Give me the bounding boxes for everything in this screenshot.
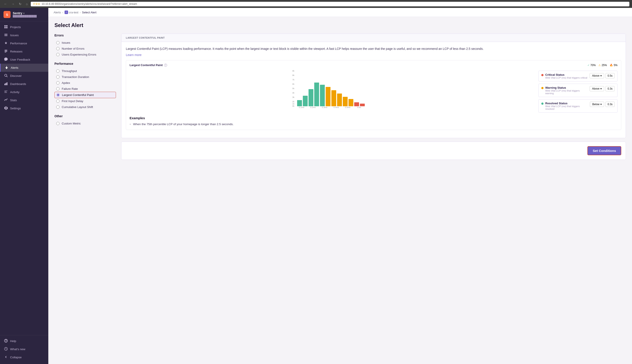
svg-text:7k: 7k	[292, 78, 294, 81]
chart-with-overlay: 9k 8k 7k 6k 5k 4k 3k 2k	[130, 69, 618, 112]
other-section-title: Other	[54, 114, 116, 118]
breadcrumb-project-icon: ⚛ cra-test	[64, 10, 78, 14]
resolved-value: 0.3s	[606, 102, 615, 107]
breadcrumb: Alerts › ⚛ cra-test › Select Alert	[48, 8, 632, 17]
sidebar-item-user-feedback[interactable]: User Feedback	[0, 56, 48, 64]
url-text: 10.10.8.46:9000/organizations/sentry/ale…	[42, 2, 137, 6]
svg-rect-42	[360, 104, 365, 106]
warning-controls: Above ▾ 0.3s	[590, 86, 615, 91]
sidebar-item-label: Releases	[10, 50, 22, 53]
radio-cumulative-layout-shift[interactable]: Cumulative Layout Shift	[54, 104, 116, 110]
svg-point-19	[6, 342, 6, 342]
sidebar-item-whats-new[interactable]: What's new	[0, 345, 48, 353]
radio-largest-contentful-paint[interactable]: Largest Contentful Paint	[54, 92, 116, 98]
critical-operator-select[interactable]: Above ▾	[590, 73, 604, 78]
svg-rect-6	[4, 36, 8, 36]
svg-rect-0	[4, 25, 6, 26]
svg-text:0.1ms: 0.1ms	[299, 106, 304, 108]
legend-warning-icon: ⚠	[598, 64, 601, 67]
chart-container: Largest Contentful Paint ? ✓ 70%	[126, 60, 621, 130]
svg-text:0.5ms: 0.5ms	[345, 106, 350, 108]
app-layout: S Sentry ▾ ██████████████ Projects	[0, 8, 632, 364]
discover-icon	[4, 74, 8, 78]
breadcrumb-cra-test[interactable]: cra-test	[69, 11, 78, 14]
releases-icon	[4, 50, 8, 54]
org-name[interactable]: Sentry ▾	[13, 12, 37, 15]
radio-first-input-delay[interactable]: First Input Delay	[54, 98, 116, 104]
chart-header: Largest Contentful Paint ? ✓ 70%	[130, 64, 618, 67]
back-button[interactable]: ←	[3, 2, 8, 6]
performance-icon	[4, 41, 8, 46]
svg-rect-36	[326, 87, 330, 106]
resolved-operator-select[interactable]: Below ▾	[590, 102, 604, 107]
alert-options: Errors Issues Number of Errors Users Exp…	[54, 34, 116, 160]
alert-preview: LARGEST CONTENTFUL PAINT Largest Content…	[121, 34, 626, 160]
svg-rect-34	[314, 82, 319, 106]
address-bar[interactable]: 不安全 10.10.8.46:9000/organizations/sentry…	[31, 2, 629, 6]
status-critical-row: Critical Status Web Vital LCP (ms) that …	[538, 71, 618, 82]
svg-rect-37	[331, 90, 336, 106]
preview-body: Largest Contentful Paint (LCP) measures …	[122, 42, 626, 138]
legend-critical-label: 5%	[614, 64, 618, 67]
set-conditions-button[interactable]: Set Conditions	[588, 146, 621, 155]
sidebar-item-label: Dashboards	[10, 82, 26, 86]
sidebar-item-label: Activity	[10, 90, 20, 94]
radio-failure-rate-label: Failure Rate	[62, 87, 78, 90]
sidebar-item-settings[interactable]: Settings	[0, 104, 48, 112]
sidebar-item-performance[interactable]: Performance	[0, 39, 48, 48]
svg-text:0.4ms: 0.4ms	[334, 106, 339, 108]
warning-status-desc: Web Vital LCP (ms) that triggers warning	[545, 89, 588, 94]
preview-header: LARGEST CONTENTFUL PAINT	[122, 34, 626, 42]
sidebar-item-activity[interactable]: Activity	[0, 88, 48, 96]
chevron-down-icon: ▾	[600, 87, 602, 90]
sidebar-item-discover[interactable]: Discover	[0, 72, 48, 80]
warning-operator-select[interactable]: Above ▾	[590, 86, 604, 91]
learn-more-link[interactable]: Learn more	[126, 53, 142, 57]
preview-description: Largest Contentful Paint (LCP) measures …	[126, 46, 621, 51]
svg-text:9k: 9k	[292, 70, 294, 72]
sidebar-item-alerts[interactable]: Alerts	[0, 64, 48, 72]
warning-status-name: Warning Status	[545, 86, 588, 89]
sidebar-item-dashboards[interactable]: Dashboards	[0, 80, 48, 88]
radio-custom-metric-label: Custom Metric	[62, 122, 81, 125]
radio-custom-metric[interactable]: Custom Metric	[54, 120, 116, 126]
radio-users-experiencing-errors[interactable]: Users Experiencing Errors	[54, 52, 116, 58]
sidebar-item-collapse[interactable]: Collapse	[0, 353, 48, 361]
svg-rect-1	[6, 25, 8, 26]
warning-dot	[541, 87, 544, 89]
radio-issues[interactable]: Issues	[54, 40, 116, 46]
collapse-icon	[4, 355, 8, 360]
radio-failure-rate[interactable]: Failure Rate	[54, 86, 116, 92]
svg-rect-32	[303, 96, 308, 106]
sidebar-item-releases[interactable]: Releases	[0, 48, 48, 56]
radio-number-of-errors[interactable]: Number of Errors	[54, 46, 116, 52]
sidebar: S Sentry ▾ ██████████████ Projects	[0, 8, 48, 364]
forward-button[interactable]: →	[10, 2, 16, 6]
browser-chrome: ← → ↻ ⌂ 不安全 10.10.8.46:9000/organization…	[0, 0, 632, 8]
radio-throughput[interactable]: Throughput	[54, 68, 116, 74]
svg-point-10	[4, 74, 7, 76]
breadcrumb-alerts[interactable]: Alerts	[54, 11, 61, 14]
svg-line-11	[6, 76, 8, 77]
svg-rect-41	[354, 102, 359, 106]
sidebar-item-issues[interactable]: Issues	[0, 31, 48, 39]
sidebar-item-stats[interactable]: Stats	[0, 96, 48, 104]
svg-text:0k: 0k	[292, 105, 294, 107]
sidebar-item-help[interactable]: Help	[0, 337, 48, 345]
svg-rect-16	[4, 92, 6, 92]
sidebar-item-label: Alerts	[11, 66, 18, 70]
home-button[interactable]: ⌂	[24, 2, 29, 6]
chevron-down-icon: ▾	[600, 74, 602, 77]
critical-status-name: Critical Status	[545, 73, 588, 76]
sidebar-item-label: User Feedback	[10, 58, 30, 61]
svg-text:0.6s: 0.6s	[357, 106, 361, 108]
reload-button[interactable]: ↻	[18, 2, 23, 6]
svg-rect-7	[4, 50, 7, 50]
radio-transaction-duration[interactable]: Transaction Duration	[54, 74, 116, 80]
radio-apdex[interactable]: Apdex	[54, 80, 116, 86]
critical-dot	[541, 74, 544, 76]
sidebar-item-label: Projects	[10, 26, 21, 29]
warning-info: Warning Status Web Vital LCP (ms) that t…	[545, 86, 588, 94]
svg-rect-13	[6, 83, 6, 85]
sidebar-item-projects[interactable]: Projects	[0, 23, 48, 31]
